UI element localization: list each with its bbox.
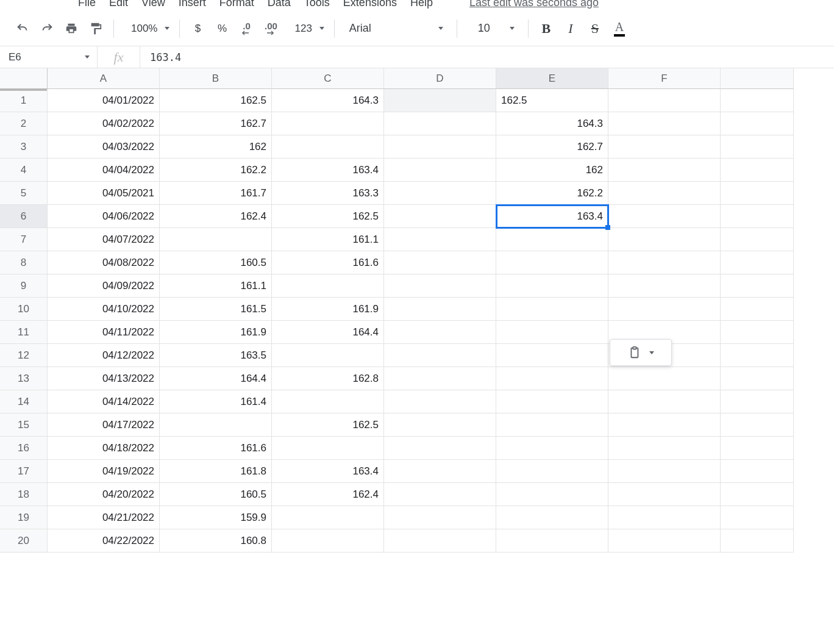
italic-button[interactable]: I <box>559 17 582 40</box>
cell-A9[interactable]: 04/09/2022 <box>48 274 160 298</box>
cell-overflow-17[interactable] <box>721 460 794 483</box>
text-color-button[interactable]: A <box>608 17 631 40</box>
decrease-decimal-button[interactable]: .0 <box>235 17 258 40</box>
cell-D1[interactable] <box>384 89 496 112</box>
menu-edit[interactable]: Edit <box>109 0 128 9</box>
cell-D7[interactable] <box>384 228 496 251</box>
cell-overflow-6[interactable] <box>721 205 794 228</box>
undo-button[interactable] <box>11 17 34 40</box>
cell-F17[interactable] <box>608 460 721 483</box>
row-header-6[interactable]: 6 <box>0 205 48 228</box>
cell-E20[interactable] <box>496 529 608 553</box>
cell-B5[interactable]: 161.7 <box>160 182 272 205</box>
row-header-4[interactable]: 4 <box>0 159 48 182</box>
cell-overflow-9[interactable] <box>721 274 794 298</box>
cell-D13[interactable] <box>384 367 496 390</box>
menu-view[interactable]: View <box>141 0 165 9</box>
cell-F8[interactable] <box>608 251 721 274</box>
cell-D11[interactable] <box>384 321 496 344</box>
cell-A1[interactable]: 04/01/2022 <box>48 89 160 112</box>
cell-F7[interactable] <box>608 228 721 251</box>
row-header-20[interactable]: 20 <box>0 529 48 553</box>
cell-overflow-5[interactable] <box>721 182 794 205</box>
cell-F15[interactable] <box>608 413 721 437</box>
more-formats-dropdown[interactable]: 123 <box>283 17 327 40</box>
cell-overflow-11[interactable] <box>721 321 794 344</box>
cell-B2[interactable]: 162.7 <box>160 112 272 135</box>
cell-B7[interactable] <box>160 228 272 251</box>
cell-C8[interactable]: 161.6 <box>272 251 384 274</box>
strikethrough-button[interactable]: S <box>583 17 607 40</box>
row-header-10[interactable]: 10 <box>0 298 48 321</box>
format-percent-button[interactable]: % <box>210 17 233 40</box>
cell-B8[interactable]: 160.5 <box>160 251 272 274</box>
cell-E15[interactable] <box>496 413 608 437</box>
last-edit-link[interactable]: Last edit was seconds ago <box>469 0 599 9</box>
row-header-15[interactable]: 15 <box>0 413 48 437</box>
cell-C12[interactable] <box>272 344 384 367</box>
cell-A12[interactable]: 04/12/2022 <box>48 344 160 367</box>
cell-overflow-15[interactable] <box>721 413 794 437</box>
print-button[interactable] <box>60 17 83 40</box>
menu-format[interactable]: Format <box>219 0 254 9</box>
cell-F19[interactable] <box>608 506 721 529</box>
cell-overflow-16[interactable] <box>721 437 794 460</box>
row-header-13[interactable]: 13 <box>0 367 48 390</box>
cell-overflow-20[interactable] <box>721 529 794 553</box>
cell-overflow-12[interactable] <box>721 344 794 367</box>
cell-D18[interactable] <box>384 483 496 506</box>
column-header-E[interactable]: E <box>496 68 608 89</box>
row-header-9[interactable]: 9 <box>0 274 48 298</box>
cell-B15[interactable] <box>160 413 272 437</box>
cell-F16[interactable] <box>608 437 721 460</box>
column-header-A[interactable]: A <box>48 68 160 89</box>
cell-F10[interactable] <box>608 298 721 321</box>
cell-B18[interactable]: 160.5 <box>160 483 272 506</box>
column-header-D[interactable]: D <box>384 68 496 89</box>
cell-E6[interactable]: 163.4 <box>496 205 608 228</box>
cell-E18[interactable] <box>496 483 608 506</box>
menu-file[interactable]: File <box>78 0 96 9</box>
cell-overflow-19[interactable] <box>721 506 794 529</box>
cell-A18[interactable]: 04/20/2022 <box>48 483 160 506</box>
cell-E10[interactable] <box>496 298 608 321</box>
cell-E19[interactable] <box>496 506 608 529</box>
cell-D12[interactable] <box>384 344 496 367</box>
cell-E11[interactable] <box>496 321 608 344</box>
menu-help[interactable]: Help <box>410 0 433 9</box>
cell-C4[interactable]: 163.4 <box>272 159 384 182</box>
cell-D4[interactable] <box>384 159 496 182</box>
cell-B14[interactable]: 161.4 <box>160 390 272 413</box>
cell-F2[interactable] <box>608 112 721 135</box>
cell-A4[interactable]: 04/04/2022 <box>48 159 160 182</box>
select-all-corner[interactable] <box>0 68 48 89</box>
cell-D14[interactable] <box>384 390 496 413</box>
cell-overflow-10[interactable] <box>721 298 794 321</box>
column-header-overflow[interactable] <box>721 68 794 89</box>
row-header-11[interactable]: 11 <box>0 321 48 344</box>
cell-D19[interactable] <box>384 506 496 529</box>
cell-C6[interactable]: 162.5 <box>272 205 384 228</box>
cell-C9[interactable] <box>272 274 384 298</box>
cell-B11[interactable]: 161.9 <box>160 321 272 344</box>
cell-E16[interactable] <box>496 437 608 460</box>
cell-D8[interactable] <box>384 251 496 274</box>
row-header-17[interactable]: 17 <box>0 460 48 483</box>
cell-overflow-1[interactable] <box>721 89 794 112</box>
cell-F6[interactable] <box>608 205 721 228</box>
menu-insert[interactable]: Insert <box>179 0 206 9</box>
column-header-C[interactable]: C <box>272 68 384 89</box>
cell-A19[interactable]: 04/21/2022 <box>48 506 160 529</box>
cell-A20[interactable]: 04/22/2022 <box>48 529 160 553</box>
cell-overflow-7[interactable] <box>721 228 794 251</box>
cell-C17[interactable]: 163.4 <box>272 460 384 483</box>
row-header-8[interactable]: 8 <box>0 251 48 274</box>
cell-E7[interactable] <box>496 228 608 251</box>
cell-F20[interactable] <box>608 529 721 553</box>
cell-D5[interactable] <box>384 182 496 205</box>
row-header-3[interactable]: 3 <box>0 135 48 159</box>
cell-A16[interactable]: 04/18/2022 <box>48 437 160 460</box>
cell-F18[interactable] <box>608 483 721 506</box>
cell-A15[interactable]: 04/17/2022 <box>48 413 160 437</box>
cell-B12[interactable]: 163.5 <box>160 344 272 367</box>
